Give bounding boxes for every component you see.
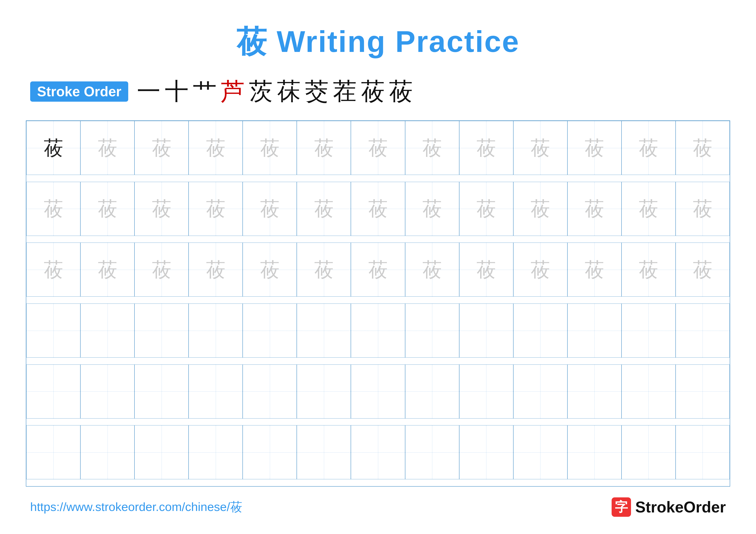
grid-cell[interactable]: [513, 365, 567, 419]
grid-cell[interactable]: 莜: [567, 182, 622, 236]
grid-cell[interactable]: 莜: [676, 182, 730, 236]
grid-char: 莜: [422, 195, 442, 222]
grid-cell[interactable]: [80, 365, 134, 419]
stroke-seq-5: 茨: [249, 75, 273, 108]
grid-cell[interactable]: [405, 303, 459, 358]
grid-char: 莜: [368, 135, 388, 161]
grid-cell[interactable]: [459, 425, 513, 479]
grid-cell[interactable]: 莜: [80, 182, 134, 236]
grid-cell[interactable]: [189, 365, 243, 419]
grid-cell[interactable]: [622, 303, 676, 358]
grid-cell[interactable]: 莜: [297, 242, 351, 297]
grid-cell[interactable]: 莜: [189, 242, 243, 297]
stroke-order-badge: Stroke Order: [30, 81, 128, 102]
grid-char: 莜: [530, 257, 550, 283]
grid-cell[interactable]: 莜: [26, 242, 80, 297]
grid-cell[interactable]: [676, 425, 730, 479]
grid-cell[interactable]: 莜: [243, 242, 297, 297]
grid-cell[interactable]: [134, 425, 189, 479]
grid-cell[interactable]: 莜: [622, 242, 676, 297]
grid-cell[interactable]: [297, 425, 351, 479]
stroke-seq-8: 茬: [333, 75, 357, 108]
grid-cell[interactable]: [567, 425, 622, 479]
grid-cell[interactable]: 莜: [459, 182, 513, 236]
grid-cell[interactable]: [243, 365, 297, 419]
grid-char: 莜: [530, 135, 550, 161]
grid-cell[interactable]: [189, 425, 243, 479]
grid-cell[interactable]: [26, 303, 80, 358]
grid-char: 莜: [476, 257, 496, 283]
grid-cell[interactable]: 莜: [622, 182, 676, 236]
grid-char: 莜: [585, 257, 604, 283]
grid-cell[interactable]: 莜: [459, 121, 513, 175]
grid-cell[interactable]: 莜: [26, 121, 80, 175]
grid-cell[interactable]: 莜: [513, 121, 567, 175]
grid-cell[interactable]: 莜: [134, 121, 189, 175]
grid-cell[interactable]: [351, 425, 405, 479]
grid-cell[interactable]: [351, 365, 405, 419]
stroke-seq-2: 十: [165, 75, 189, 108]
grid-cell[interactable]: 莜: [80, 242, 134, 297]
grid-cell[interactable]: [26, 365, 80, 419]
footer: https://www.strokeorder.com/chinese/莜 字 …: [26, 497, 730, 517]
grid-cell[interactable]: [676, 365, 730, 419]
grid-cell[interactable]: 莜: [351, 182, 405, 236]
grid-cell[interactable]: [459, 365, 513, 419]
grid-cell[interactable]: [134, 365, 189, 419]
grid-cell[interactable]: [513, 303, 567, 358]
grid-cell[interactable]: 莜: [297, 182, 351, 236]
grid-cell[interactable]: 莜: [676, 242, 730, 297]
grid-cell[interactable]: 莜: [297, 121, 351, 175]
grid-cell[interactable]: [351, 303, 405, 358]
grid-cell[interactable]: 莜: [513, 242, 567, 297]
grid-char: 莜: [152, 257, 171, 283]
grid-cell[interactable]: 莜: [243, 182, 297, 236]
grid-cell[interactable]: 莜: [80, 121, 134, 175]
grid-cell[interactable]: 莜: [351, 121, 405, 175]
grid-cell[interactable]: [26, 425, 80, 479]
grid-cell[interactable]: 莜: [622, 121, 676, 175]
grid-cell[interactable]: [297, 365, 351, 419]
grid-cell[interactable]: [134, 303, 189, 358]
grid-cell[interactable]: [459, 303, 513, 358]
grid-cell[interactable]: [80, 425, 134, 479]
grid-cell[interactable]: [189, 303, 243, 358]
grid-char: 莜: [260, 135, 280, 161]
stroke-seq-3: 艹: [193, 75, 217, 108]
grid-cell[interactable]: 莜: [405, 121, 459, 175]
grid-char: 莜: [314, 135, 334, 161]
grid-cell[interactable]: 莜: [459, 242, 513, 297]
grid-char: 莜: [260, 257, 280, 283]
grid-cell[interactable]: [676, 303, 730, 358]
grid-cell[interactable]: 莜: [567, 242, 622, 297]
grid-cell[interactable]: 莜: [567, 121, 622, 175]
grid-cell[interactable]: [405, 365, 459, 419]
grid-cell[interactable]: [80, 303, 134, 358]
grid-cell[interactable]: 莜: [405, 242, 459, 297]
grid-cell[interactable]: 莜: [513, 182, 567, 236]
stroke-seq-10: 莜: [389, 75, 413, 108]
grid-cell[interactable]: [243, 425, 297, 479]
grid-cell[interactable]: 莜: [405, 182, 459, 236]
grid-cell[interactable]: [622, 425, 676, 479]
grid-cell[interactable]: [405, 425, 459, 479]
grid-char: 莜: [44, 195, 63, 222]
grid-cell[interactable]: [567, 303, 622, 358]
grid-cell[interactable]: 莜: [351, 242, 405, 297]
grid-char: 莜: [476, 195, 496, 222]
grid-cell[interactable]: 莜: [189, 182, 243, 236]
grid-cell[interactable]: 莜: [676, 121, 730, 175]
grid-cell[interactable]: [297, 303, 351, 358]
grid-cell[interactable]: 莜: [26, 182, 80, 236]
grid-cell[interactable]: [567, 365, 622, 419]
grid-cell[interactable]: 莜: [189, 121, 243, 175]
grid-char: 莜: [422, 135, 442, 161]
grid-cell[interactable]: [243, 303, 297, 358]
grid-cell[interactable]: 莜: [134, 182, 189, 236]
grid-cell[interactable]: [513, 425, 567, 479]
grid-cell[interactable]: 莜: [243, 121, 297, 175]
grid-cell[interactable]: [622, 365, 676, 419]
practice-grid: 莜莜莜莜莜莜莜莜莜莜莜莜莜莜莜莜莜莜莜莜莜莜莜莜莜莜莜莜莜莜莜莜莜莜莜莜莜莜莜: [26, 120, 730, 487]
stroke-seq-6: 茠: [277, 75, 301, 108]
grid-cell[interactable]: 莜: [134, 242, 189, 297]
